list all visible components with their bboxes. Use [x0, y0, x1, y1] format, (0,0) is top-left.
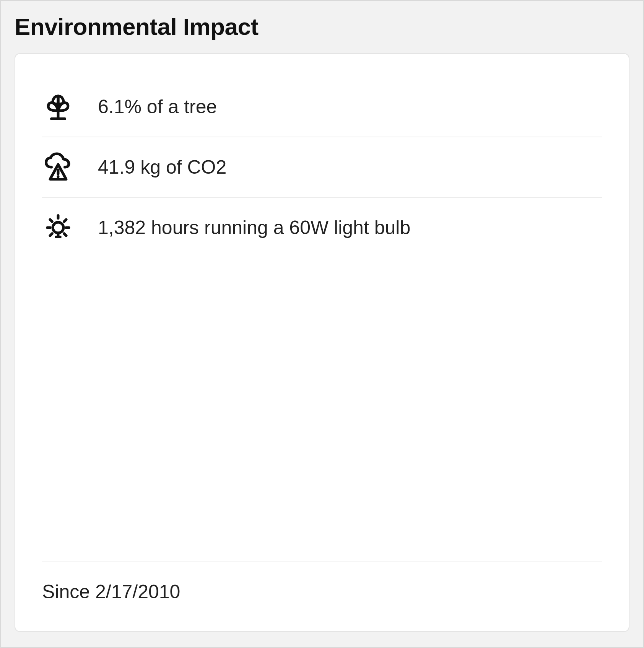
- metric-row-bulb: 1,382 hours running a 60W light bulb: [42, 197, 602, 257]
- metric-row-co2: 41.9 kg of CO2: [42, 137, 602, 197]
- svg-point-0: [53, 222, 63, 233]
- card-footer: Since 2/17/2010: [42, 562, 602, 612]
- metric-label: 6.1% of a tree: [98, 96, 217, 118]
- panel-title: Environmental Impact: [15, 13, 629, 40]
- footer-text: Since 2/17/2010: [42, 581, 180, 602]
- cloud-warning-icon: [42, 151, 74, 183]
- environmental-impact-panel: Environmental Impact 6.1% of a tree: [0, 0, 644, 648]
- lightbulb-icon: [42, 212, 74, 244]
- metric-row-tree: 6.1% of a tree: [42, 77, 602, 137]
- metric-label: 1,382 hours running a 60W light bulb: [98, 217, 410, 239]
- spacer: [42, 257, 602, 562]
- plant-icon: [42, 91, 74, 123]
- metric-label: 41.9 kg of CO2: [98, 156, 226, 178]
- impact-card: 6.1% of a tree 41.9 kg of CO2: [15, 53, 629, 632]
- metrics-list: 6.1% of a tree 41.9 kg of CO2: [42, 77, 602, 257]
